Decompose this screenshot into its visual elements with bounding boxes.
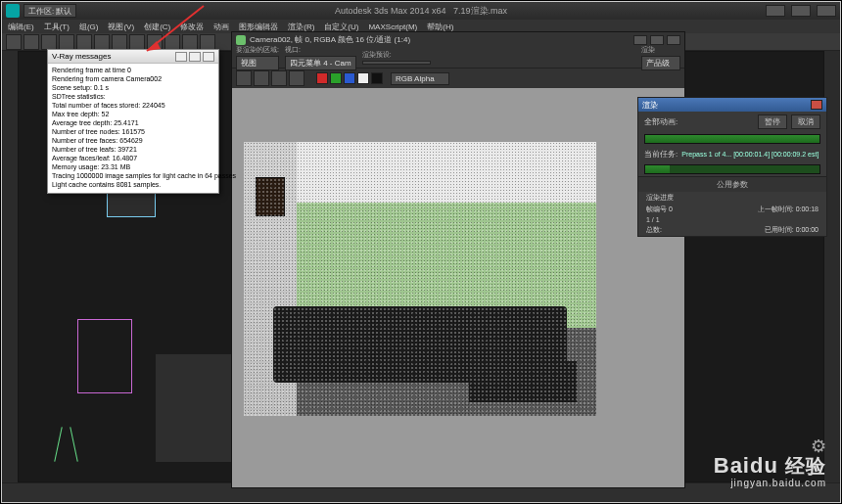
cancel-button[interactable]: 取消 — [791, 115, 820, 129]
output-combo[interactable]: 产品级 — [641, 56, 680, 70]
app-title: Autodesk 3ds Max 2014 x64 — [335, 6, 446, 16]
common-params-header: 公用参数 — [638, 177, 826, 192]
maximize-button[interactable] — [791, 5, 811, 17]
toolbar-button[interactable] — [41, 34, 57, 50]
menu-item[interactable]: 动画 — [213, 22, 229, 32]
render-frame-window[interactable]: Camera002, 帧 0, RGBA 颜色 16 位/通道 (1:4) 要渲… — [231, 31, 685, 488]
clear-button[interactable] — [289, 70, 304, 86]
render-canvas[interactable] — [232, 88, 684, 487]
menu-item[interactable]: 帮助(H) — [427, 22, 453, 32]
menu-item[interactable]: 创建(C) — [144, 22, 170, 32]
output-label: 渲染 — [641, 45, 680, 55]
menu-item[interactable]: 工具(T) — [44, 22, 70, 32]
toolbar-button[interactable] — [59, 34, 74, 50]
channel-green-icon[interactable] — [330, 72, 342, 84]
render-min-button[interactable] — [633, 35, 647, 45]
close-button[interactable] — [817, 5, 836, 17]
toolbar-button[interactable] — [94, 34, 110, 50]
print-button[interactable] — [271, 70, 287, 86]
menu-item[interactable]: 修改器 — [180, 22, 204, 32]
progress-title: 渲染 — [642, 100, 658, 111]
file-name: 7.19渲染.max — [453, 6, 507, 16]
task-progress-bar — [644, 164, 820, 174]
app-titlebar: 工作区: 默认 Autodesk 3ds Max 2014 x64 7.19渲染… — [2, 2, 840, 20]
menu-item[interactable]: 编辑(E) — [8, 22, 34, 32]
area-combo[interactable]: 视图 — [236, 56, 279, 70]
toolbar-button[interactable] — [6, 34, 22, 50]
paw-icon: ⚙ — [811, 435, 826, 457]
save-image-button[interactable] — [236, 70, 252, 86]
render-close-button[interactable] — [667, 35, 680, 45]
vray-max-button[interactable] — [189, 52, 201, 62]
total-anim-label: 全部动画: — [644, 116, 678, 127]
toolbar-button[interactable] — [164, 34, 180, 50]
render-output-image — [244, 142, 596, 416]
channel-combo[interactable]: RGB Alpha — [391, 72, 449, 85]
toolbar-button[interactable] — [76, 34, 92, 50]
menu-item[interactable]: 图形编辑器 — [239, 22, 278, 32]
render-window-title: Camera002, 帧 0, RGBA 颜色 16 位/通道 (1:4) — [250, 34, 410, 45]
task-label: 当前任务: — [644, 149, 678, 160]
toolbar-button[interactable] — [200, 34, 215, 50]
menu-item[interactable]: MAXScript(M) — [368, 23, 417, 31]
toolbar-button[interactable] — [182, 34, 198, 50]
menu-item[interactable]: 组(G) — [79, 22, 99, 32]
toolbar-button[interactable] — [147, 34, 163, 50]
channel-mono-icon[interactable] — [371, 72, 383, 84]
vray-log: Rendering frame at time 0 Rendering from… — [48, 64, 218, 193]
vray-min-button[interactable] — [175, 52, 187, 62]
toolbar-button[interactable] — [23, 34, 39, 50]
menu-item[interactable]: 自定义(U) — [324, 22, 358, 32]
render-icon — [236, 35, 246, 45]
toolbar-button[interactable] — [112, 34, 127, 50]
area-label: 要渲染的区域: — [236, 45, 279, 55]
vray-messages-window[interactable]: V-Ray messages Rendering frame at time 0… — [47, 49, 219, 194]
vray-window-title: V-Ray messages — [52, 52, 111, 61]
toolbar-button[interactable] — [129, 34, 145, 50]
clone-button[interactable] — [254, 70, 269, 86]
preset-label: 渲染预设: — [362, 50, 431, 60]
overall-progress-bar — [644, 134, 820, 144]
channel-red-icon[interactable] — [316, 72, 328, 84]
app-logo-icon — [6, 4, 20, 18]
workspace-combo[interactable]: 工作区: 默认 — [23, 4, 76, 18]
render-progress-window[interactable]: 渲染 全部动画: 暂停 取消 当前任务: Prepass 1 of 4... [… — [637, 97, 827, 237]
vray-close-button[interactable] — [203, 52, 214, 62]
viewport-combo[interactable]: 四元菜单 4 - Cam — [285, 56, 356, 70]
minimize-button[interactable] — [766, 5, 785, 17]
menu-item[interactable]: 渲染(R) — [288, 22, 314, 32]
channel-alpha-icon[interactable] — [357, 72, 369, 84]
preset-combo[interactable] — [362, 61, 431, 65]
progress-close-button[interactable] — [811, 100, 822, 110]
pause-button[interactable]: 暂停 — [758, 115, 787, 129]
menu-item[interactable]: 视图(V) — [108, 22, 134, 32]
viewport-label: 视口: — [285, 45, 356, 55]
task-text: Prepass 1 of 4... [00:00:01.4] [00:00:09… — [681, 151, 819, 158]
render-max-button[interactable] — [650, 35, 664, 45]
channel-blue-icon[interactable] — [344, 72, 355, 84]
watermark: ⚙ Baidu 经验 jingyan.baidu.com — [714, 453, 826, 488]
